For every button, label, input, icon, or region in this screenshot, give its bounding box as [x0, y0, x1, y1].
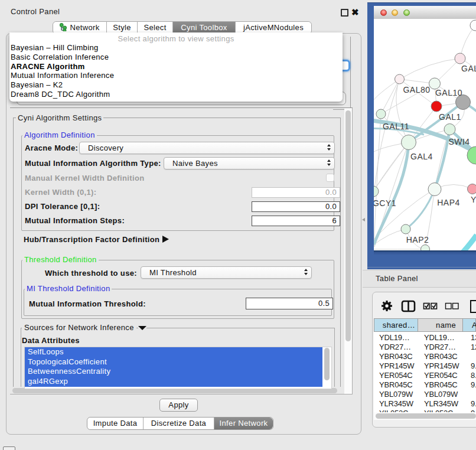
svg-text:GAL1: GAL1: [439, 112, 461, 122]
svg-text:GAL11: GAL11: [383, 122, 409, 131]
svg-text:GAL80: GAL80: [403, 85, 430, 94]
svg-text:GAL7: GAL7: [461, 64, 476, 73]
svg-text:GCY1: GCY1: [374, 198, 396, 208]
svg-text:GAL10: GAL10: [435, 88, 462, 97]
svg-text:GAL4: GAL4: [410, 152, 433, 161]
svg-text:HAP2: HAP2: [406, 235, 429, 244]
svg-text:YM: YM: [471, 195, 476, 204]
svg-text:HAP4: HAP4: [437, 198, 460, 207]
svg-text:SWI4: SWI4: [448, 137, 470, 146]
